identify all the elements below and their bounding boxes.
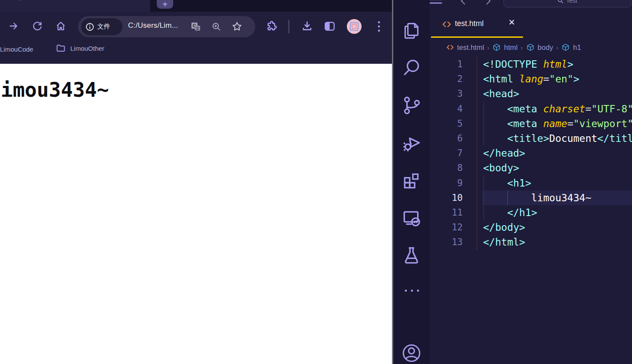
- download-icon[interactable]: [301, 20, 313, 33]
- code-line[interactable]: 8<body>: [393, 161, 632, 175]
- bookmark-label: LimouOther: [70, 45, 104, 52]
- account-icon[interactable]: [401, 342, 422, 364]
- cube-icon: [526, 43, 535, 52]
- code-line[interactable]: 9 <h1>: [393, 176, 632, 190]
- more-actions-icon[interactable]: [404, 284, 420, 297]
- chevron-right-icon: ›: [487, 44, 489, 51]
- svg-text:文: 文: [196, 26, 200, 31]
- browser-window: Document ✕ + 文件 C:/Users/Lim... G文: [0, 0, 392, 364]
- code-line[interactable]: 6 <title>Document</title: [393, 131, 632, 146]
- search-small-icon: [557, 0, 563, 3]
- nav-forward-icon[interactable]: [484, 0, 492, 5]
- tab-title: Document: [25, 0, 53, 1]
- address-bar[interactable]: 文件 C:/Users/Lim... G文: [78, 16, 255, 37]
- code-line[interactable]: 13</html>: [393, 235, 632, 249]
- code-line[interactable]: 2<html lang="en">: [393, 72, 632, 86]
- code-editor[interactable]: 1<!DOCTYPE html>2<html lang="en">3<head>…: [393, 57, 632, 249]
- line-number: 6: [393, 131, 463, 146]
- code-text: <head>: [483, 86, 519, 101]
- explorer-icon[interactable]: [401, 20, 422, 42]
- cube-icon: [561, 43, 570, 52]
- bookmark-label: LimouCode: [0, 46, 33, 53]
- site-chip-label: 文件: [97, 23, 110, 31]
- line-number: 4: [393, 102, 463, 116]
- nav-back-icon[interactable]: [459, 0, 468, 5]
- code-line[interactable]: 12</body>: [393, 220, 632, 235]
- site-info-chip[interactable]: 文件: [81, 18, 122, 35]
- forward-icon[interactable]: [8, 20, 19, 32]
- code-line[interactable]: 7</head>: [393, 146, 632, 161]
- extensions-puzzle-icon[interactable]: [266, 20, 279, 33]
- tab-favicon-icon: [15, 0, 24, 1]
- command-center-search[interactable]: Test: [504, 0, 631, 7]
- code-text: <meta charset="UTF-8": [483, 102, 632, 116]
- line-number: 7: [393, 146, 463, 161]
- new-tab-button[interactable]: +: [157, 0, 173, 9]
- code-line[interactable]: 4 <meta charset="UTF-8": [393, 102, 632, 116]
- cube-icon: [492, 43, 501, 52]
- code-text: <title>Document</title: [483, 131, 632, 146]
- breadcrumb-body[interactable]: body: [538, 43, 553, 52]
- code-line[interactable]: 5 <meta name="viewport": [393, 116, 632, 131]
- line-number: 13: [393, 235, 463, 249]
- code-text: <h1>: [483, 176, 531, 190]
- sidebar-split-icon[interactable]: [323, 20, 336, 33]
- page-h1-heading: limou3434~: [0, 78, 109, 102]
- code-text: <!DOCTYPE html>: [483, 57, 573, 72]
- code-icon: [446, 43, 454, 51]
- chevron-right-icon: ›: [521, 44, 523, 51]
- zoom-icon[interactable]: [211, 21, 222, 32]
- bookmark-star-icon[interactable]: [231, 21, 243, 32]
- code-text: </html>: [483, 235, 525, 249]
- reload-icon[interactable]: [32, 20, 43, 32]
- url-text[interactable]: C:/Users/Lim...: [128, 21, 178, 30]
- editor-tab-label: test.html: [455, 19, 484, 28]
- code-text: </h1>: [483, 205, 537, 220]
- code-text: </head>: [483, 146, 525, 161]
- code-line[interactable]: 1<!DOCTYPE html>: [393, 57, 632, 72]
- info-icon: [86, 23, 94, 31]
- vscode-window: Test t: [392, 0, 632, 364]
- tab-close-icon[interactable]: ✕: [132, 0, 138, 1]
- chevron-right-icon: ›: [556, 44, 558, 51]
- breadcrumb-h1[interactable]: h1: [573, 43, 581, 52]
- line-number: 8: [393, 161, 463, 175]
- breadcrumb: test.html › html › body › h1: [446, 41, 581, 53]
- profile-avatar[interactable]: [346, 19, 362, 34]
- line-number: 10: [393, 190, 463, 205]
- breadcrumb-html[interactable]: html: [504, 43, 517, 52]
- tab-strip: Document ✕ +: [0, 0, 392, 12]
- code-text: <body>: [483, 161, 519, 175]
- line-number: 11: [393, 205, 463, 220]
- menu-hamburger-icon[interactable]: [428, 0, 442, 4]
- line-number: 12: [393, 220, 463, 235]
- editor-tab-testhtml[interactable]: test.html ✕: [431, 11, 523, 38]
- line-number: 3: [393, 86, 463, 101]
- folder-icon: [56, 43, 66, 53]
- kebab-menu-icon[interactable]: [373, 20, 385, 33]
- editor-tab-close-icon[interactable]: ✕: [508, 17, 515, 27]
- bookmark-item-limouother[interactable]: LimouOther: [56, 43, 104, 53]
- code-line[interactable]: 3<head>: [393, 86, 632, 101]
- home-icon[interactable]: [55, 20, 66, 32]
- code-text: limou3434~: [483, 190, 591, 205]
- browser-chrome: Document ✕ + 文件 C:/Users/Lim... G文: [0, 0, 392, 64]
- bookmark-item-limoucode[interactable]: LimouCode: [0, 46, 33, 53]
- translate-icon[interactable]: G文: [190, 21, 201, 33]
- line-number: 5: [393, 116, 463, 131]
- code-text: <meta name="viewport": [483, 116, 632, 131]
- line-number: 9: [393, 176, 463, 190]
- breadcrumb-file[interactable]: test.html: [457, 43, 484, 52]
- code-line[interactable]: 10 limou3434~: [393, 190, 632, 205]
- code-text: </body>: [483, 220, 525, 235]
- workspace-name: Test: [566, 0, 577, 4]
- line-number: 1: [393, 57, 463, 72]
- code-line[interactable]: 11 </h1>: [393, 205, 632, 220]
- toolbar-divider: [288, 20, 290, 33]
- html-file-icon: [442, 20, 451, 29]
- browser-tab-document[interactable]: Document ✕: [0, 0, 150, 12]
- code-text: <html lang="en">: [483, 72, 579, 86]
- line-number: 2: [393, 72, 463, 86]
